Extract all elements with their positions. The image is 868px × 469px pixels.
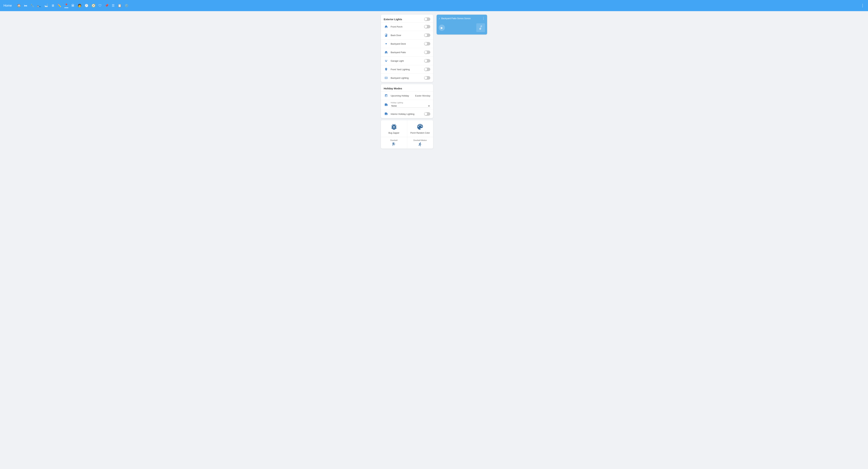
backyard-patio-item: Backyard Patio xyxy=(381,48,433,56)
upcoming-holiday-value: Easter Monday xyxy=(415,94,430,97)
upcoming-holiday-item: Upcoming Holiday Easter Monday xyxy=(381,91,433,100)
backyard-deck-icon xyxy=(384,41,389,46)
media-title-row: ♪ Backyard Patio Sonos Sonos xyxy=(439,17,470,20)
back-door-toggle[interactable] xyxy=(424,33,430,37)
backyard-deck-item: Backyard Deck xyxy=(381,39,433,48)
upcoming-holiday-label: Upcoming Holiday xyxy=(391,94,415,97)
doorbell-button[interactable]: Doorbell xyxy=(381,137,407,149)
front-yard-toggle[interactable] xyxy=(424,67,430,71)
edit-nav-icon[interactable]: ✏️ xyxy=(57,4,61,7)
porch-random-color-button[interactable]: Porch Random Color xyxy=(407,120,433,137)
media-card-header: ♪ Backyard Patio Sonos Sonos ⋮ xyxy=(437,14,487,22)
svg-point-0 xyxy=(385,43,387,45)
topbar: Home 🏠 🛏 🔧 🛌 🛁 🖥 ✏️ 📍 🏛 🧑 🕐 🧭 🛡 📌 ☰ 📋 ⚙️… xyxy=(0,0,868,11)
interior-holiday-item: Interior Holiday Lighting xyxy=(381,110,433,118)
backyard-patio-icon xyxy=(384,50,389,55)
doorbell-motion-label: Doorbell Motion xyxy=(413,139,427,141)
exterior-lights-master-toggle[interactable] xyxy=(424,18,430,21)
media-card: ♪ Backyard Patio Sonos Sonos ⋮ ▶ xyxy=(437,14,487,34)
media-more-button[interactable]: ⋮ xyxy=(482,17,485,20)
holiday-lighting-select-wrapper: Holiday Lighting None Easter Christmas H… xyxy=(391,102,430,108)
garage-light-item: Garage Light xyxy=(381,56,433,65)
app-title: Home xyxy=(3,4,12,7)
monitor-nav-icon[interactable]: 🖥 xyxy=(51,4,54,7)
shield-nav-icon[interactable]: 🛡 xyxy=(98,4,102,7)
front-porch-icon xyxy=(384,24,389,29)
right-panel: ♪ Backyard Patio Sonos Sonos ⋮ ▶ xyxy=(437,14,487,34)
bug-zapper-label: Bug Zapper xyxy=(389,132,399,134)
pin-nav-icon[interactable]: 📍 xyxy=(64,3,68,8)
doorbell-label: Doorbell xyxy=(390,139,398,141)
holiday-modes-card: Holiday Modes Upcoming Holiday Easter Mo… xyxy=(381,84,433,118)
garage-light-icon xyxy=(384,58,389,63)
bathtub-nav-icon[interactable]: 🛁 xyxy=(44,4,48,7)
exterior-lights-title: Exterior Lights xyxy=(384,18,402,21)
media-music-icon: ♪ xyxy=(439,17,440,20)
backyard-lighting-icon xyxy=(384,76,389,80)
porch-random-label: Porch Random Color xyxy=(410,132,430,134)
compass-nav-icon[interactable]: 🧭 xyxy=(92,4,95,7)
tools-nav-icon[interactable]: 🔧 xyxy=(30,4,34,7)
backyard-patio-toggle[interactable] xyxy=(424,51,430,54)
main-button-grid: Bug Zapper Porch Random Color xyxy=(381,120,433,137)
back-door-item: Back Door xyxy=(381,31,433,39)
bed-nav-icon[interactable]: 🛏 xyxy=(24,4,27,7)
exterior-lights-header: Exterior Lights xyxy=(381,14,433,22)
kingbed-nav-icon[interactable]: 🛌 xyxy=(37,4,41,7)
building-nav-icon[interactable]: 🏛 xyxy=(71,4,74,7)
front-yard-icon xyxy=(384,67,389,72)
upcoming-holiday-icon xyxy=(384,93,389,98)
front-yard-label: Front Yard Lighting xyxy=(391,68,424,71)
backyard-lighting-label: Backyard Lighting xyxy=(391,77,424,79)
back-door-label: Back Door xyxy=(391,34,424,37)
exterior-lights-card: Exterior Lights Front Porch Back Door xyxy=(381,14,433,82)
doorbell-motion-icon xyxy=(418,142,422,147)
front-yard-item: Front Yard Lighting xyxy=(381,65,433,74)
backyard-patio-label: Backyard Patio xyxy=(391,51,424,54)
bug-zapper-icon xyxy=(390,123,398,131)
clock-nav-icon[interactable]: 🕐 xyxy=(85,4,88,7)
media-thumbnail xyxy=(476,23,485,32)
holiday-modes-title: Holiday Modes xyxy=(384,87,402,90)
garage-light-label: Garage Light xyxy=(391,60,424,62)
home-nav-icon[interactable]: 🏠 xyxy=(17,4,21,7)
backyard-lighting-toggle[interactable] xyxy=(424,76,430,80)
holiday-lighting-label: Holiday Lighting xyxy=(391,102,430,104)
doorbell-icon xyxy=(392,142,396,147)
backyard-lighting-item: Backyard Lighting xyxy=(381,74,433,82)
location2-nav-icon[interactable]: 📌 xyxy=(105,4,108,7)
front-porch-item: Front Porch xyxy=(381,22,433,31)
interior-holiday-label: Interior Holiday Lighting xyxy=(391,113,424,115)
porch-random-color-icon xyxy=(416,123,424,131)
holiday-lighting-select[interactable]: None Easter Christmas Halloween Fourth o… xyxy=(391,104,430,108)
main-content: Exterior Lights Front Porch Back Door xyxy=(0,11,868,152)
back-door-icon xyxy=(384,33,389,38)
actions-card: Bug Zapper Porch Random Color Doorbell xyxy=(381,120,433,149)
center-panel: Exterior Lights Front Porch Back Door xyxy=(381,14,433,149)
bug-zapper-button[interactable]: Bug Zapper xyxy=(381,120,407,137)
media-card-title: Backyard Patio Sonos Sonos xyxy=(441,17,470,20)
topbar-more-button[interactable]: ⋮ xyxy=(861,3,865,8)
media-card-body: ▶ xyxy=(437,22,487,34)
interior-holiday-icon xyxy=(384,112,389,116)
front-porch-toggle[interactable] xyxy=(424,25,430,28)
doorbell-motion-button[interactable]: Doorbell Motion xyxy=(407,137,433,149)
garage-light-toggle[interactable] xyxy=(424,59,430,63)
doorbell-grid: Doorbell Doorbell Motion xyxy=(381,137,433,149)
front-porch-label: Front Porch xyxy=(391,25,424,28)
nav-icons: 🏠 🛏 🔧 🛌 🛁 🖥 ✏️ 📍 🏛 🧑 🕐 🧭 🛡 📌 ☰ 📋 ⚙️ xyxy=(17,3,861,8)
sliders-nav-icon[interactable]: ⚙️ xyxy=(125,4,128,7)
layers-nav-icon[interactable]: 📋 xyxy=(118,4,122,7)
holiday-modes-header: Holiday Modes xyxy=(381,84,433,91)
menu-nav-icon[interactable]: ☰ xyxy=(112,4,115,7)
media-play-button[interactable]: ▶ xyxy=(439,25,445,31)
interior-holiday-toggle[interactable] xyxy=(424,112,430,116)
person-nav-icon[interactable]: 🧑 xyxy=(78,4,82,7)
backyard-deck-toggle[interactable] xyxy=(424,42,430,46)
holiday-lighting-icon xyxy=(384,102,389,107)
backyard-deck-label: Backyard Deck xyxy=(391,42,424,45)
holiday-lighting-item: Holiday Lighting None Easter Christmas H… xyxy=(381,100,433,110)
